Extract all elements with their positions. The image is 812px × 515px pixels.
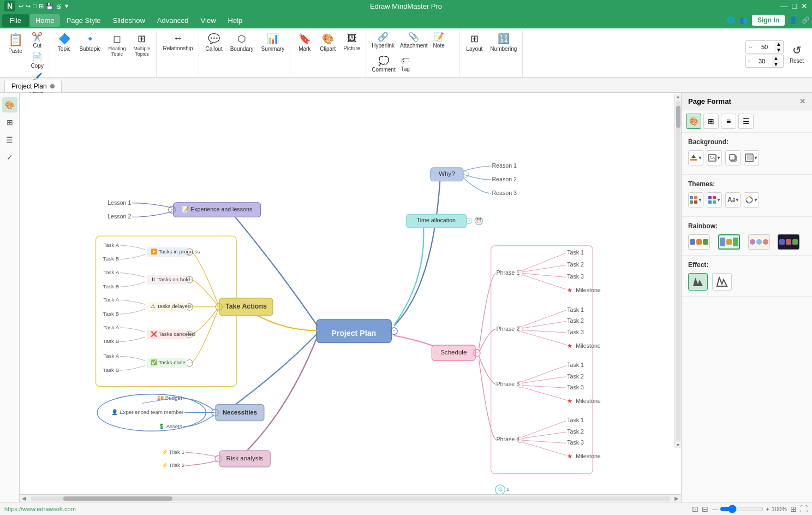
- settings-icon[interactable]: 🔗: [802, 16, 810, 24]
- left-panel-format[interactable]: 🎨: [2, 97, 17, 113]
- zoom-out-btn[interactable]: —: [712, 506, 718, 512]
- bg-image-btn[interactable]: ▼: [707, 150, 722, 165]
- cut-button[interactable]: ✂️ Cut: [27, 31, 47, 50]
- multiple-topics-button[interactable]: ⊞ MultipleTopics: [130, 31, 153, 59]
- floating-topic-button[interactable]: ◻ FloatingTopic: [105, 31, 129, 59]
- full-screen-btn[interactable]: ⛶: [800, 505, 808, 513]
- theme-color-btn[interactable]: ▼: [744, 192, 759, 208]
- effect-fill-btn[interactable]: [688, 273, 708, 291]
- rainbow-swatches: [688, 234, 805, 250]
- height-input[interactable]: [752, 57, 772, 65]
- edrawsoft-link[interactable]: https://www.edrawsoft.com: [4, 506, 76, 512]
- theme-text-btn[interactable]: Aa ▼: [725, 192, 741, 208]
- menu-page-style[interactable]: Page Style: [61, 14, 106, 27]
- rainbow-swatch-1[interactable]: [688, 234, 710, 250]
- svg-text:−: −: [476, 350, 479, 355]
- numbering-button[interactable]: 🔢 Numbering: [487, 31, 520, 54]
- tag-button[interactable]: 🏷 Tag: [399, 55, 412, 73]
- svg-text:Task B: Task B: [103, 256, 119, 262]
- canvas[interactable]: Project Plan − Why? − Reason 1 Reason 2 …: [20, 93, 681, 502]
- theme-grid1-btn[interactable]: ▼: [688, 192, 703, 208]
- menu-view[interactable]: View: [195, 14, 222, 27]
- menu-help[interactable]: Help: [223, 14, 248, 27]
- fit-width-btn[interactable]: ⊟: [702, 505, 708, 513]
- svg-text:Phrase 2: Phrase 2: [496, 325, 520, 332]
- panel-arrange-btn[interactable]: ⊞: [703, 114, 719, 129]
- sign-in-button[interactable]: Sign In: [752, 15, 785, 26]
- rainbow-swatch-3[interactable]: [748, 234, 770, 250]
- actual-size-btn[interactable]: ⊞: [790, 505, 797, 513]
- effect-outline-btn[interactable]: [712, 273, 732, 291]
- svg-text:Milestone: Milestone: [576, 453, 601, 459]
- rainbow-swatch-4[interactable]: [778, 234, 799, 250]
- panel-collapse[interactable]: ✕: [799, 97, 805, 105]
- summary-button[interactable]: 📊 Summary: [258, 31, 288, 54]
- width-input[interactable]: [755, 43, 774, 51]
- menu-advanced[interactable]: Advanced: [152, 14, 194, 27]
- paste-button[interactable]: 📋 Paste: [4, 31, 26, 56]
- window-controls[interactable]: — □ ✕: [780, 2, 808, 10]
- user-icon[interactable]: 👤: [789, 16, 797, 24]
- height-spinner[interactable]: ↕ ▲ ▼: [745, 55, 784, 68]
- svg-text:Task 2: Task 2: [567, 317, 584, 324]
- theme-grid2-btn[interactable]: ▼: [707, 192, 722, 208]
- cut-icon: ✂️: [32, 32, 43, 42]
- height-down[interactable]: ▼: [772, 61, 780, 67]
- zoom-slider[interactable]: [720, 505, 763, 513]
- hyperlink-button[interactable]: 🔗 Hyperlink: [369, 31, 397, 50]
- boundary-button[interactable]: ⬡ Boundary: [227, 31, 257, 54]
- bg-set-btn[interactable]: ▼: [744, 150, 759, 165]
- width-down[interactable]: ▼: [774, 47, 783, 53]
- share-icon[interactable]: 👥: [739, 16, 748, 24]
- picture-button[interactable]: 🖼 Picture: [340, 31, 363, 54]
- svg-rect-113: [708, 155, 716, 161]
- height-up[interactable]: ▲: [772, 55, 780, 61]
- zoom-level: 100%: [772, 506, 787, 512]
- bg-copy-btn[interactable]: [725, 150, 741, 165]
- reset-button[interactable]: ↺ Reset: [786, 42, 808, 66]
- relationship-button[interactable]: ↔ Relationship: [160, 31, 196, 54]
- note-label: Note: [433, 43, 445, 49]
- fit-page-btn[interactable]: ⊡: [692, 505, 698, 513]
- width-spinner[interactable]: ↔ ▲ ▼: [745, 40, 784, 54]
- layout-button[interactable]: ⊞ Layout: [463, 31, 486, 54]
- scroll-track[interactable]: [31, 496, 670, 501]
- maximize-button[interactable]: □: [792, 2, 797, 10]
- minimize-button[interactable]: —: [780, 2, 788, 10]
- quick-access[interactable]: ↩↪□⊞💾🖨▼: [19, 3, 70, 10]
- project-plan-tab[interactable]: Project Plan: [4, 80, 62, 92]
- comment-button[interactable]: 💭 Comment: [369, 55, 397, 74]
- left-panel-layout[interactable]: ⊞: [2, 115, 17, 130]
- menu-slideshow[interactable]: Slideshow: [108, 14, 151, 27]
- panel-format-btn[interactable]: 🎨: [686, 114, 701, 129]
- close-button[interactable]: ✕: [801, 2, 808, 10]
- left-panel-task[interactable]: ✓: [2, 150, 17, 165]
- tag-icon: 🏷: [401, 56, 410, 66]
- panel-list-btn[interactable]: ☰: [738, 114, 754, 129]
- callout-button[interactable]: 💬 Callout: [202, 31, 226, 54]
- svg-rect-138: [779, 239, 785, 245]
- mark-button[interactable]: 🔖 Mark: [294, 31, 315, 54]
- svg-text:Lesson 2: Lesson 2: [108, 213, 131, 220]
- width-up[interactable]: ▲: [774, 41, 783, 47]
- scroll-thumb[interactable]: [63, 496, 172, 501]
- left-panel-outline[interactable]: ☰: [2, 132, 17, 147]
- attachment-button[interactable]: 📎 Attachment: [398, 31, 430, 50]
- subtopic-button[interactable]: 🔹 Subtopic: [76, 31, 104, 54]
- svg-rect-122: [694, 200, 697, 204]
- svg-text:★: ★: [567, 342, 572, 349]
- cloud-icon[interactable]: 🌐: [727, 16, 735, 24]
- menu-file[interactable]: File: [2, 14, 29, 27]
- copy-button[interactable]: 📄 Copy: [27, 51, 47, 70]
- zoom-in-btn[interactable]: +: [766, 506, 769, 512]
- bg-fill-btn[interactable]: ▼: [688, 150, 703, 165]
- svg-text:Task 2: Task 2: [567, 261, 584, 268]
- horizontal-scrollbar[interactable]: ◀ ▶: [20, 494, 681, 502]
- rainbow-swatch-2[interactable]: [718, 234, 740, 250]
- panel-align-btn[interactable]: ≡: [721, 114, 736, 129]
- topic-button[interactable]: 🔷 Topic: [53, 31, 75, 54]
- svg-rect-125: [708, 200, 712, 204]
- clipart-button[interactable]: 🎨 Clipart: [317, 31, 339, 54]
- menu-home[interactable]: Home: [30, 14, 60, 27]
- note-button[interactable]: 📝 Note: [431, 31, 447, 50]
